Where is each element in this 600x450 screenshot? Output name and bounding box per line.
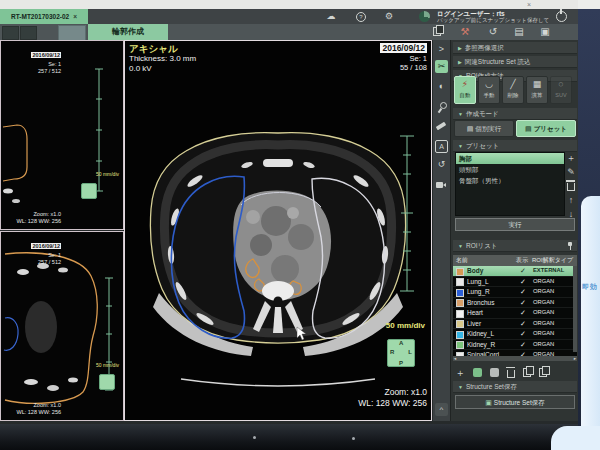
mode-preset-button[interactable]: ▤プリセット (516, 120, 576, 137)
col-visible: 表示 (512, 255, 532, 266)
section-structure-load[interactable]: ▶関連Structure Set 読込 (453, 56, 577, 68)
roi-visible-check[interactable]: ✓ (513, 340, 533, 350)
roi-new-green-icon[interactable] (473, 368, 482, 377)
undo-icon[interactable]: ↺ (486, 26, 500, 38)
roi-row[interactable]: Kidney_R✓ORGAN (453, 340, 577, 351)
section-save[interactable]: ▼Structure Set保存 (453, 381, 577, 393)
manual-icon: ◡ (479, 77, 499, 92)
preset-actions: ＋ ✎ ↑ ↓ (565, 152, 578, 222)
roi-color-swatch (456, 268, 464, 276)
expand-icon: ▶ (458, 45, 462, 51)
roi-visible-check[interactable]: ✓ (513, 266, 533, 276)
roi-vertical-scrollbar[interactable] (573, 266, 577, 352)
layout-button-3[interactable] (58, 25, 86, 41)
trash-glyph (567, 183, 575, 191)
copy-layout-icon[interactable] (430, 26, 444, 38)
thumbnail-viewport-sagittal[interactable]: 2016/09/12 Se: 1 257 / 512 50 mm/div Zoo… (0, 40, 124, 230)
roi-color-swatch (456, 320, 464, 328)
orientation-cube[interactable] (81, 183, 97, 199)
reset-view-icon[interactable]: ↺ (435, 158, 448, 171)
power-icon[interactable] (556, 11, 567, 22)
roi-visible-check[interactable]: ✓ (513, 277, 533, 287)
execute-button[interactable]: 実行 (455, 218, 575, 231)
window-close-icon[interactable]: × (527, 0, 531, 9)
contrast-icon[interactable]: ◐ (435, 80, 448, 93)
orientation-cube[interactable] (99, 374, 115, 390)
section-roi-list[interactable]: ▼ROIリスト (453, 240, 577, 252)
roi-copy-icon[interactable] (523, 367, 531, 379)
preset-move-up-icon[interactable]: ↑ (565, 194, 577, 206)
preset-item[interactable]: 骨盤部（男性） (456, 175, 564, 186)
roi-row[interactable]: Lung_R✓ORGAN (453, 287, 577, 298)
roi-visible-check[interactable]: ✓ (513, 287, 533, 297)
roi-new-gray-icon[interactable] (490, 368, 499, 377)
roi-method-suv-button[interactable]: ○SUV (550, 76, 572, 104)
help-icon[interactable]: ? (356, 12, 366, 22)
contour-creation-tab[interactable]: 輪郭作成 (88, 24, 168, 40)
roi-row[interactable]: Kidney_L✓ORGAN (453, 329, 577, 340)
ruler (400, 136, 414, 291)
structure-set-save-button[interactable]: ▣Structure Set保存 (455, 395, 575, 409)
bezel-led (253, 436, 256, 439)
app-titlebar: RT-MT20170302-02× ☁ ? ⚙ ログインユーザー：rts バック… (0, 9, 578, 24)
mode-single-button[interactable]: ▤個別実行 (454, 120, 514, 137)
roi-method-erase-button[interactable]: ╱削除 (502, 76, 524, 104)
scroll-left-icon[interactable]: ◄ (453, 356, 457, 361)
roi-method-calc-button[interactable]: ▦演算 (526, 76, 548, 104)
section-label: 作成モード (466, 110, 499, 117)
auto-icon: ⚡ (455, 77, 475, 92)
roi-row[interactable]: Bronchus✓ORGAN (453, 298, 577, 309)
export-doc-icon[interactable]: ▤ (512, 26, 526, 38)
axial-viewport[interactable]: アキシャル Thickness: 3.0 mm 0.0 kV 2016/09/1… (124, 40, 432, 421)
study-date: 2016/09/12 (31, 243, 61, 249)
probe-tool-icon[interactable] (435, 100, 448, 113)
eraser-tool-icon[interactable] (435, 120, 448, 133)
snapshot-icon[interactable]: ☁ (325, 9, 337, 24)
scroll-right-icon[interactable]: ► (573, 356, 577, 361)
orientation-cube[interactable]: A P R L (387, 339, 415, 367)
roi-row[interactable]: Body✓EXTERNAL (453, 266, 577, 277)
roi-row[interactable]: Lung_L✓ORGAN (453, 277, 577, 288)
roi-method-auto-button[interactable]: ⚡自動 (454, 76, 476, 104)
pin-icon[interactable] (566, 242, 573, 249)
preset-item[interactable]: 胸部 (456, 153, 564, 164)
roi-visible-check[interactable]: ✓ (513, 319, 533, 329)
roi-visible-check[interactable]: ✓ (513, 329, 533, 339)
bottle (581, 196, 600, 428)
cine-camera-icon[interactable] (435, 178, 448, 191)
layout-button-2[interactable] (20, 26, 37, 40)
roi-add-icon[interactable]: ＋ (455, 367, 465, 379)
roi-delete-icon[interactable] (507, 367, 515, 379)
settings-gear-icon[interactable]: ⚙ (383, 9, 395, 24)
preset-edit-icon[interactable]: ✎ (565, 166, 577, 178)
roi-horizontal-scrollbar[interactable]: ◄► (453, 356, 577, 361)
section-preset[interactable]: ▼プリセット (453, 140, 577, 152)
tools-icon[interactable]: ⚒ (458, 26, 472, 38)
collapse-panel-icon[interactable]: ^ (435, 403, 448, 416)
layout-button-1[interactable] (2, 26, 19, 40)
patient-tab[interactable]: RT-MT20170302-02× (0, 9, 88, 24)
roi-row[interactable]: Heart✓ORGAN (453, 308, 577, 319)
section-create-mode[interactable]: ▼作成モード (453, 108, 577, 120)
thumbnail1-overlay: 2016/09/12 Se: 1 257 / 512 (3, 43, 61, 74)
method-label: 手動 (479, 92, 499, 98)
tab-close-icon[interactable]: × (73, 13, 77, 20)
col-type: ROI解釈タイプ (532, 255, 577, 266)
annotation-icon[interactable]: A (435, 140, 448, 153)
roi-visible-check[interactable]: ✓ (513, 308, 533, 318)
preset-delete-icon[interactable] (565, 180, 577, 192)
roi-visible-check[interactable]: ✓ (513, 298, 533, 308)
roi-row[interactable]: Liver✓ORGAN (453, 319, 577, 330)
preset-item[interactable]: 頭頸部 (456, 164, 564, 175)
section-reference[interactable]: ▶参照画像選択 (453, 42, 577, 54)
mode-label: プリセット (534, 125, 567, 132)
preset-add-icon[interactable]: ＋ (565, 152, 577, 164)
thumbnail-viewport-coronal[interactable]: 2016/09/12 Se: 1 257 / 512 50 mm/div Zoo… (0, 231, 124, 421)
collapse-icon: ▼ (458, 143, 463, 149)
contour-tool-icon[interactable]: ✂ (435, 60, 448, 73)
panel-expand-icon[interactable]: > (435, 43, 448, 56)
roi-copy-all-icon[interactable] (539, 367, 547, 379)
roi-method-manual-button[interactable]: ◡手動 (478, 76, 500, 104)
method-label: 演算 (527, 92, 547, 98)
save-icon[interactable]: ▣ (538, 26, 552, 38)
